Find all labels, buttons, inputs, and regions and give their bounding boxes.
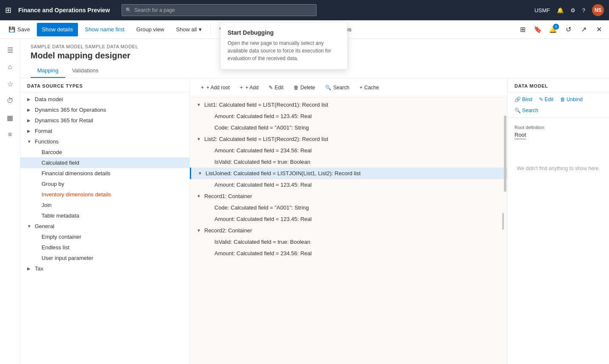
resize-handle[interactable] <box>502 213 504 230</box>
ds-list1-amount[interactable]: Amount: Calculated field = 123.45: Real <box>190 110 507 122</box>
add-root-icon: + <box>201 85 204 91</box>
tree-item-inventory-dim[interactable]: Inventory dimensions details <box>20 189 189 200</box>
tree-item-endless-list[interactable]: Endless list <box>20 242 189 253</box>
tree-label: Calculated field <box>42 160 186 166</box>
grid-icon[interactable]: ⊞ <box>5 6 11 15</box>
open-in-new-icon[interactable]: ↗ <box>577 23 590 36</box>
nav-recent-icon[interactable]: ⏱ <box>3 93 18 108</box>
bind-button[interactable]: 🔗 Bind <box>513 96 534 103</box>
group-view-button[interactable]: Group view <box>131 23 170 36</box>
search-icon: 🔍 <box>325 85 331 91</box>
tree-label: Dynamics 365 for Operations <box>35 107 186 113</box>
nav-home-icon[interactable]: ⌂ <box>3 59 18 74</box>
tree-label: Data model <box>35 96 186 102</box>
tab-mapping[interactable]: Mapping <box>31 64 65 78</box>
tree-item-data-model[interactable]: ▶ Data model <box>20 94 189 105</box>
right-panel-toolbar: 🔗 Bind ✎ Edit 🗑 Unbind 🔍 Search <box>508 92 609 118</box>
tree-item-table-meta[interactable]: Table metadata <box>20 210 189 221</box>
ds-list2[interactable]: ▼ List2: Calculated field = LIST(Record2… <box>190 133 507 145</box>
add-button[interactable]: + + Add <box>236 82 263 94</box>
ds-record2-amount[interactable]: Amount: Calculated field = 234.56: Real <box>190 248 507 259</box>
ds-list1-code[interactable]: Code: Calculated field = "A001": String <box>190 122 507 133</box>
tree-item-user-input[interactable]: User input parameter <box>20 253 189 263</box>
tree-item-tax[interactable]: ▶ Tax <box>20 263 189 274</box>
left-rail: ☰ ⌂ ☆ ⏱ ▦ ≡ <box>0 39 20 364</box>
search-placeholder: Search for a page <box>134 7 175 13</box>
tree-item-financial-dim[interactable]: Financial dimensions details <box>20 168 189 179</box>
bind-icon: 🔗 <box>514 97 521 102</box>
show-all-button[interactable]: Show all ▾ <box>171 23 207 36</box>
close-icon[interactable]: ✕ <box>592 23 606 36</box>
connectivity-icon[interactable]: ⊞ <box>516 23 529 36</box>
nav-hamburger[interactable]: ☰ <box>3 42 18 58</box>
rp-search-button[interactable]: 🔍 Search <box>513 107 540 114</box>
tree-label: Table metadata <box>42 212 186 219</box>
toggle-icon: ▶ <box>27 97 33 102</box>
show-details-button[interactable]: Show details <box>37 23 78 36</box>
ds-content: ▼ List1: Calculated field = LIST(Record1… <box>190 97 507 364</box>
tab-validations[interactable]: Validations <box>65 64 106 78</box>
toggle-icon: ▼ <box>27 139 33 144</box>
settings-icon[interactable]: ⚙ <box>570 7 576 14</box>
tree-item-barcode[interactable]: Barcode <box>20 147 189 157</box>
designer-layout: DATA SOURCE TYPES ▶ Data model ▶ Dynamic… <box>20 78 609 364</box>
ds-record1-amount[interactable]: Amount: Calculated field = 123.45: Real <box>190 213 507 225</box>
tree-item-join[interactable]: Join <box>20 200 189 210</box>
tree-label: Endless list <box>42 244 186 251</box>
start-debugging-tooltip: Start Debugging Open the new page to man… <box>220 39 348 69</box>
ds-item-label: Amount: Calculated field = 234.56: Real <box>214 147 501 154</box>
nav-table-icon[interactable]: ▦ <box>3 110 18 125</box>
tree-item-d365-operations[interactable]: ▶ Dynamics 365 for Operations <box>20 105 189 115</box>
tree-item-empty-container[interactable]: Empty container <box>20 232 189 242</box>
search-button[interactable]: 🔍 Search <box>321 82 353 94</box>
tree-item-calculated-field[interactable]: Calculated field <box>20 157 189 168</box>
tree-item-functions[interactable]: ▼ Functions <box>20 136 189 147</box>
bookmark-icon[interactable]: 🔖 <box>531 23 545 36</box>
global-search[interactable]: 🔍 Search for a page <box>122 4 317 16</box>
ds-record2[interactable]: ▼ Record2: Container <box>190 225 507 236</box>
nav-list-icon[interactable]: ≡ <box>3 127 18 142</box>
ds-listjoined[interactable]: ▼ ListJoined: Calculated field = LISTJOI… <box>190 168 507 179</box>
toggle-icon: ▶ <box>27 129 33 133</box>
ds-item-label: Code: Calculated field = "A001": String <box>214 204 501 211</box>
delete-button[interactable]: 🗑 Delete <box>289 82 320 94</box>
ds-record1-code[interactable]: Code: Calculated field = "A001": String <box>190 202 507 213</box>
add-root-button[interactable]: + + Add root <box>197 82 234 94</box>
edit-icon: ✎ <box>269 85 273 91</box>
search-icon: 🔍 <box>514 108 521 113</box>
ds-item-label: Record1: Container <box>204 193 501 199</box>
tree-item-group-by[interactable]: Group by <box>20 179 189 189</box>
tree-view: ▶ Data model ▶ Dynamics 365 for Operatio… <box>20 92 189 364</box>
ds-list2-isvalid[interactable]: IsValid: Calculated field = true: Boolea… <box>190 156 507 168</box>
ds-record1[interactable]: ▼ Record1: Container <box>190 190 507 202</box>
help-icon[interactable]: ? <box>582 7 585 14</box>
tree-label: Financial dimensions details <box>42 170 186 176</box>
refresh-icon[interactable]: ↺ <box>562 23 575 36</box>
rp-edit-button[interactable]: ✎ Edit <box>537 96 555 103</box>
bell-icon[interactable]: 🔔 <box>557 7 564 14</box>
nav-star-icon[interactable]: ☆ <box>3 76 18 91</box>
right-panel-header: DATA MODEL <box>508 78 609 92</box>
tree-item-d365-retail[interactable]: ▶ Dynamics 365 for Retail <box>20 115 189 126</box>
tree-label: Format <box>35 128 186 134</box>
edit-button[interactable]: ✎ Edit <box>264 82 288 94</box>
ds-item-label: List1: Calculated field = LIST(Record1):… <box>204 102 501 108</box>
tree-item-format[interactable]: ▶ Format <box>20 126 189 136</box>
user-avatar[interactable]: NS <box>592 4 604 16</box>
ds-list1[interactable]: ▼ List1: Calculated field = LIST(Record1… <box>190 99 507 110</box>
save-button[interactable]: 💾 Save <box>3 23 35 36</box>
tree-item-general[interactable]: ▼ General <box>20 221 189 232</box>
scrollbar[interactable] <box>504 112 506 364</box>
root-def-value: Root <box>514 132 526 139</box>
ds-listjoined-amount[interactable]: Amount: Calculated field = 123.45: Real <box>190 179 507 190</box>
add-icon: + <box>240 85 243 91</box>
unbind-button[interactable]: 🗑 Unbind <box>559 96 584 103</box>
notifications-icon[interactable]: 🔔 0 <box>546 23 560 36</box>
ds-record2-isvalid[interactable]: IsValid: Calculated field = true: Boolea… <box>190 236 507 248</box>
cache-button[interactable]: + Cache <box>356 82 384 94</box>
ds-list2-amount[interactable]: Amount: Calculated field = 234.56: Real <box>190 145 507 156</box>
main-layout: ☰ ⌂ ☆ ⏱ ▦ ≡ SAMPLE DATA MODEL SAMPLE DAT… <box>0 39 609 364</box>
show-name-first-button[interactable]: Show name first <box>80 23 129 36</box>
left-panel: DATA SOURCE TYPES ▶ Data model ▶ Dynamic… <box>20 78 190 364</box>
ds-item-label: Code: Calculated field = "A001": String <box>214 124 501 131</box>
